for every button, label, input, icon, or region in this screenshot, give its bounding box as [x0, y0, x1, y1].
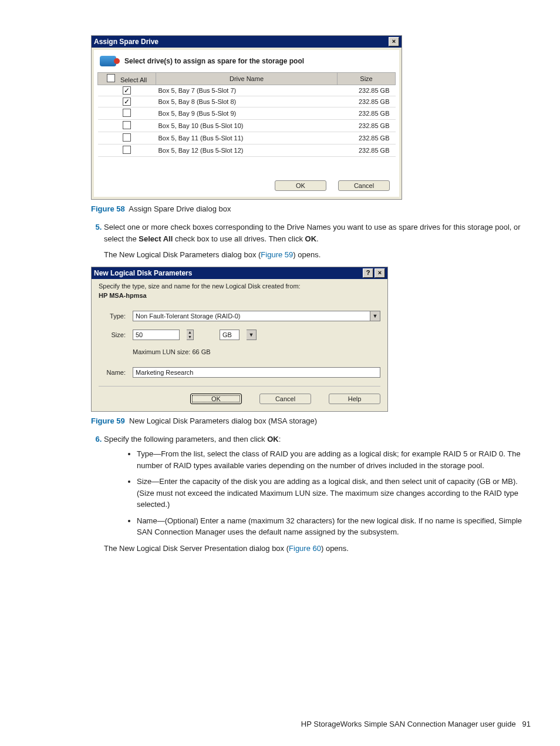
table-row: Box 5, Bay 12 (Bus 5-Slot 12)232.85 GB	[98, 145, 396, 157]
dialog2-pool: HP MSA-hpmsa	[99, 292, 380, 299]
drive-icon	[100, 56, 116, 66]
dialog2-title: New Logical Disk Parameters	[94, 269, 192, 277]
drive-name-cell: Box 5, Bay 10 (Bus 5-Slot 10)	[156, 120, 338, 132]
select-all-checkbox[interactable]	[107, 74, 115, 82]
step-6: Specify the following parameters, and th…	[104, 434, 531, 555]
assign-spare-drive-dialog: Assign Spare Drive × Select drive(s) to …	[91, 35, 402, 200]
drive-name-cell: Box 5, Bay 11 (Bus 5-Slot 11)	[156, 132, 338, 145]
cancel-button[interactable]: Cancel	[259, 394, 311, 404]
type-label: Type:	[99, 312, 126, 320]
figure-59-link[interactable]: Figure 59	[261, 250, 293, 259]
row-checkbox[interactable]	[123, 109, 131, 117]
drive-name-cell: Box 5, Bay 12 (Bus 5-Slot 12)	[156, 145, 338, 157]
size-cell: 232.85 GB	[338, 85, 396, 96]
table-row: Box 5, Bay 10 (Bus 5-Slot 10)232.85 GB	[98, 120, 396, 132]
size-spinner[interactable]: ▲▼	[187, 330, 194, 340]
list-item: Name—(Optional) Enter a name (maximum 32…	[137, 515, 531, 538]
row-checkbox[interactable]: ✓	[123, 86, 131, 95]
list-item: Size—Enter the capacity of the disk you …	[137, 476, 531, 510]
new-logical-disk-dialog: New Logical Disk Parameters ? × Specify …	[91, 267, 388, 412]
size-cell: 232.85 GB	[338, 145, 396, 157]
dialog1-title: Assign Spare Drive	[94, 38, 158, 46]
dialog2-specify: Specify the type, size and name for the …	[99, 283, 380, 290]
page-footer: HP StorageWorks Simple SAN Connection Ma…	[301, 720, 531, 728]
help-icon[interactable]: ?	[363, 268, 373, 278]
row-checkbox[interactable]	[123, 133, 131, 142]
chevron-down-icon[interactable]: ▼	[370, 311, 380, 321]
figure-58-caption: Figure 58 Assign Spare Drive dialog box	[91, 204, 531, 213]
drive-name-cell: Box 5, Bay 8 (Bus 5-Slot 8)	[156, 96, 338, 107]
drive-name-cell: Box 5, Bay 9 (Bus 5-Slot 9)	[156, 107, 338, 120]
table-row: ✓Box 5, Bay 7 (Bus 5-Slot 7)232.85 GB	[98, 85, 396, 96]
ok-button[interactable]: OK	[190, 394, 242, 404]
size-cell: 232.85 GB	[338, 107, 396, 120]
row-checkbox[interactable]: ✓	[123, 98, 131, 106]
table-row: Box 5, Bay 11 (Bus 5-Slot 11)232.85 GB	[98, 132, 396, 145]
close-icon[interactable]: ×	[389, 37, 399, 46]
size-input[interactable]: 50	[133, 330, 180, 340]
col-select-all[interactable]: Select All	[98, 73, 156, 85]
size-cell: 232.85 GB	[338, 96, 396, 107]
drive-name-cell: Box 5, Bay 7 (Bus 5-Slot 7)	[156, 85, 338, 96]
table-row: Box 5, Bay 9 (Bus 5-Slot 9)232.85 GB	[98, 107, 396, 120]
row-checkbox[interactable]	[123, 146, 131, 154]
cancel-button[interactable]: Cancel	[338, 180, 390, 191]
figure-60-link[interactable]: Figure 60	[289, 544, 321, 553]
step-5: Select one or more check boxes correspon…	[104, 221, 531, 261]
list-item: Type—From the list, select the class of …	[137, 448, 531, 471]
size-label: Size:	[99, 331, 126, 338]
size-cell: 232.85 GB	[338, 120, 396, 132]
ok-button[interactable]: OK	[275, 180, 326, 191]
help-button[interactable]: Help	[329, 394, 380, 404]
figure-59-caption: Figure 59 New Logical Disk Parameters di…	[91, 416, 531, 425]
close-icon[interactable]: ×	[375, 268, 385, 278]
drives-table: Select All Drive Name Size ✓Box 5, Bay 7…	[97, 72, 396, 157]
table-row: ✓Box 5, Bay 8 (Bus 5-Slot 8)232.85 GB	[98, 96, 396, 107]
type-select[interactable]: Non Fault-Tolerant Storage (RAID-0)	[133, 311, 370, 321]
row-checkbox[interactable]	[123, 121, 131, 129]
col-drive-name: Drive Name	[156, 73, 338, 85]
dialog1-instruction: Select drive(s) to assign as spare for t…	[124, 57, 304, 65]
size-cell: 232.85 GB	[338, 132, 396, 145]
size-unit-select[interactable]: GB	[220, 330, 239, 340]
max-lun-text: Maximum LUN size: 66 GB	[133, 348, 380, 355]
chevron-down-icon[interactable]: ▼	[247, 330, 257, 340]
name-input[interactable]: Marketing Research	[133, 367, 380, 378]
col-size: Size	[338, 73, 396, 85]
name-label: Name:	[99, 369, 126, 376]
